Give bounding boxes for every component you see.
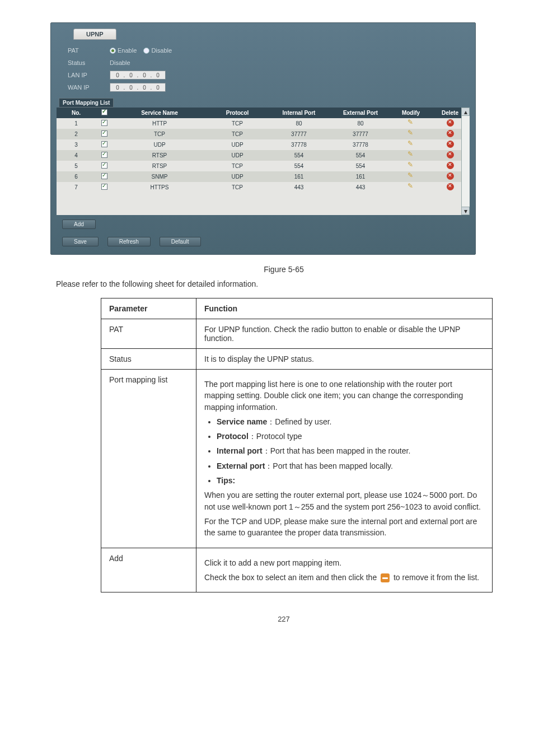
value-status: Disable (110, 59, 130, 66)
label-lanip: LAN IP (68, 72, 110, 78)
tab-upnp[interactable]: UPNP (73, 29, 116, 40)
pencil-icon[interactable] (407, 141, 414, 148)
check-all[interactable] (101, 109, 107, 115)
pencil-icon[interactable] (407, 120, 414, 127)
label-status: Status (68, 59, 110, 66)
delete-icon[interactable] (447, 151, 454, 158)
delete-icon[interactable] (447, 141, 454, 148)
save-button[interactable]: Save (62, 237, 99, 246)
col-no: No. (57, 108, 96, 118)
radio-label-enable: Enable (118, 47, 137, 54)
pencil-icon[interactable] (407, 184, 414, 190)
subtab-port-mapping-list[interactable]: Port Mapping List (59, 98, 114, 108)
col-protocol: Protocol (207, 108, 268, 118)
row-pat: PAT For UPNP function. Check the radio b… (101, 319, 493, 349)
row-checkbox[interactable] (101, 141, 107, 147)
pencil-icon[interactable] (407, 152, 414, 158)
delete-icon[interactable] (447, 130, 454, 137)
radio-label-disable: Disable (151, 47, 172, 54)
upnp-screenshot: UPNP PAT Enable Disable Status Disable L… (50, 22, 476, 255)
delete-icon[interactable] (447, 172, 454, 180)
table-row[interactable]: 4RTSPUDP554554 (57, 150, 470, 161)
pencil-icon[interactable] (407, 162, 414, 169)
row-checkbox[interactable] (101, 184, 107, 190)
radio-pat-disable[interactable] (143, 48, 149, 54)
row-checkbox[interactable] (101, 120, 107, 126)
table-row[interactable]: 6SNMPUDP161161 (57, 171, 470, 182)
delete-icon[interactable] (447, 119, 454, 127)
scroll-down[interactable]: ▾ (461, 207, 470, 215)
pencil-icon[interactable] (407, 130, 414, 137)
default-button[interactable]: Default (160, 237, 201, 246)
th-parameter: Parameter (101, 298, 196, 319)
row-add: Add Click it to add a new port mapping i… (101, 548, 493, 592)
delete-icon[interactable] (447, 162, 454, 169)
figure-caption: Figure 5-65 (50, 265, 517, 274)
pencil-icon[interactable] (407, 173, 414, 180)
th-function: Function (196, 298, 493, 319)
col-internal-port: Internal Port (268, 108, 330, 118)
input-lanip[interactable]: 0. 0. 0. 0 (110, 71, 166, 80)
label-pat: PAT (68, 47, 110, 54)
col-modify: Modify (391, 108, 430, 118)
scroll-track[interactable] (461, 116, 470, 207)
col-external-port: External Port (330, 108, 391, 118)
page-number: 227 (50, 615, 517, 623)
intro-paragraph: Please refer to the following sheet for … (56, 278, 517, 290)
row-checkbox[interactable] (101, 173, 107, 179)
row-status: Status It is to display the UPNP status. (101, 349, 493, 370)
table-row[interactable]: 3UDPUDP3777837778 (57, 139, 470, 150)
col-service-name: Service Name (113, 108, 207, 118)
input-wanip[interactable]: 0. 0. 0. 0 (110, 83, 166, 92)
row-checkbox[interactable] (101, 130, 107, 137)
row-checkbox[interactable] (101, 162, 107, 169)
port-mapping-grid: No. Service Name Protocol Internal Port … (57, 108, 470, 215)
scroll-up[interactable]: ▴ (461, 108, 470, 116)
row-port-mapping-list: Port mapping list The port mapping list … (101, 370, 493, 548)
parameter-table: Parameter Function PAT For UPNP function… (101, 298, 493, 592)
add-button[interactable]: Add (62, 220, 96, 229)
col-chk (96, 108, 113, 118)
radio-pat-enable[interactable] (110, 48, 116, 54)
table-row[interactable]: 2TCPTCP3777737777 (57, 129, 470, 139)
remove-icon (381, 573, 390, 582)
delete-icon[interactable] (447, 183, 454, 190)
table-row[interactable]: 7HTTPSTCP443443 (57, 182, 470, 193)
table-row[interactable]: 5RTSPTCP554554 (57, 161, 470, 171)
table-row[interactable]: 1HTTPTCP8080 (57, 118, 470, 129)
row-checkbox[interactable] (101, 152, 107, 158)
label-wanip: WAN IP (68, 84, 110, 91)
refresh-button[interactable]: Refresh (107, 237, 151, 246)
